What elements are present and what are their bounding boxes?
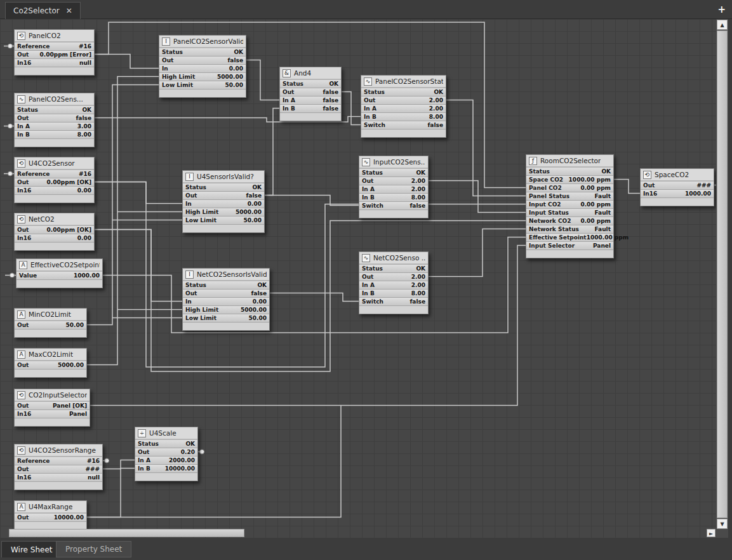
block-row-out[interactable]: Out###: [641, 182, 714, 190]
block-row-in[interactable]: In0.00: [183, 298, 269, 306]
block-u4-co2-sensor[interactable]: ⟲U4CO2SensorReference#16Out0.00ppm [OK]I…: [14, 157, 95, 203]
vertical-scrollbar[interactable]: ▲ ▼: [716, 19, 728, 538]
vertical-scroll-thumb[interactable]: [717, 30, 728, 518]
block-row-in-b[interactable]: In B8.00: [15, 131, 94, 139]
block-header[interactable]: ⟲U4CO2Sensor: [15, 157, 94, 170]
block-effective-co2-setpoint[interactable]: AEffectiveCO2SetpointValue1000.00: [16, 258, 103, 288]
block-u4-co2-sensor-range[interactable]: ⟲U4CO2SensorRangeReference#16Out###In16n…: [14, 444, 103, 490]
scroll-up-icon[interactable]: ▲: [717, 20, 728, 30]
block-input-co2-sens[interactable]: ∿InputCO2Sens...StatusOKOut2.00In A2.00I…: [359, 156, 429, 218]
block-header[interactable]: ∿PanelCO2Sens...: [15, 93, 94, 106]
block-row-network-co2[interactable]: Network CO20.00 ppm: [526, 217, 613, 225]
block-panel-co2-sensor-valid[interactable]: ⅠPanelCO2SensorValid?StatusOKOutfalseIn0…: [159, 35, 246, 98]
block-row-in-b[interactable]: In B10000.00: [135, 465, 197, 473]
block-row-in-a[interactable]: In Afalse: [280, 97, 341, 105]
block-row-out[interactable]: Out2.00: [359, 177, 428, 185]
horizontal-scroll-thumb[interactable]: [9, 529, 244, 537]
block-header[interactable]: AMinCO2Limit: [15, 309, 86, 321]
block-space-co2[interactable]: ⟲SpaceCO2Out###In161000.00: [640, 168, 714, 206]
block-net-co2[interactable]: ⟲NetCO2Out0.00ppm [OK]In160.00: [14, 213, 95, 251]
block-row-space-co2[interactable]: Space CO21000.00 ppm: [526, 176, 613, 184]
block-row-status[interactable]: StatusOK: [183, 281, 269, 290]
block-row-input-status[interactable]: Input StatusFault: [526, 209, 613, 217]
block-header[interactable]: ⟲NetCO2: [15, 213, 94, 226]
block-row-out[interactable]: Out5000.00: [15, 361, 86, 370]
block-row-in16[interactable]: In16Panel: [15, 410, 90, 418]
block-row-switch[interactable]: Switchfalse: [361, 121, 446, 130]
add-tab-icon[interactable]: +: [717, 4, 726, 15]
block-and4[interactable]: &And4StatusOKOutfalseIn AfalseIn Bfalse: [279, 67, 342, 121]
block-row-high-limit[interactable]: High Limit5000.00: [183, 208, 264, 217]
tab-property-sheet[interactable]: Property Sheet: [56, 541, 131, 557]
block-row-in-b[interactable]: In B8.00: [359, 290, 428, 298]
scroll-right-icon[interactable]: ►: [707, 529, 715, 537]
block-row-low-limit[interactable]: Low Limit50.00: [183, 217, 264, 225]
block-min-co2-limit[interactable]: AMinCO2LimitOut50.00: [14, 308, 87, 338]
block-header[interactable]: AMaxCO2Limit: [15, 349, 86, 361]
block-panel-co2-sens[interactable]: ∿PanelCO2Sens...StatusOKOutfalseIn A3.00…: [14, 93, 95, 147]
block-row-out[interactable]: OutPanel [OK]: [15, 402, 90, 410]
block-row-status[interactable]: StatusOK: [526, 168, 613, 176]
block-header[interactable]: ⟲U4CO2SensorRange: [15, 444, 102, 457]
block-header[interactable]: AU4MaxRange: [15, 501, 86, 514]
block-row-status[interactable]: StatusOK: [15, 106, 94, 114]
block-row-panel-status[interactable]: Panel StatusFault: [526, 192, 613, 201]
block-row-status[interactable]: StatusOK: [359, 265, 428, 273]
block-row-in-b[interactable]: In B8.00: [359, 194, 428, 202]
block-row-out[interactable]: Out0.00ppm [OK]: [15, 226, 94, 234]
block-row-out[interactable]: Out10000.00: [15, 514, 86, 522]
block-row-in16[interactable]: In16null: [15, 474, 102, 482]
block-row-status[interactable]: StatusOK: [135, 440, 197, 448]
block-co2-input-selector[interactable]: ⟲CO2InputSelectorOutPanel [OK]In16Panel: [14, 389, 90, 427]
block-row-status[interactable]: StatusOK: [359, 169, 428, 177]
wire-sheet-canvas[interactable]: [0, 19, 716, 538]
block-row-value[interactable]: Value1000.00: [17, 272, 102, 280]
block-row-low-limit[interactable]: Low Limit50.00: [159, 81, 246, 90]
block-row-out[interactable]: Outfalse: [183, 192, 264, 200]
block-row-high-limit[interactable]: High Limit5000.00: [183, 306, 269, 314]
block-row-in16[interactable]: In161000.00: [641, 190, 714, 198]
block-row-reference[interactable]: Reference#16: [15, 170, 94, 178]
block-u4-max-range[interactable]: AU4MaxRangeOut10000.00: [14, 500, 87, 530]
block-row-in-b[interactable]: In B8.00: [361, 113, 446, 121]
block-row-network-status[interactable]: Network StatusFault: [526, 225, 613, 234]
block-room-co2-selector[interactable]: ƒRoomCO2SelectorStatusOKSpace CO21000.00…: [526, 154, 614, 258]
block-row-input-co2[interactable]: Input CO20.00 ppm: [526, 201, 613, 209]
scroll-down-icon[interactable]: ▼: [717, 519, 728, 529]
block-net-co2-sensor-is-valid[interactable]: ⅠNetCO2SensorIsValid?StatusOKOutfalseIn0…: [182, 268, 270, 331]
block-net-co2-senso[interactable]: ∿NetCO2Senso ...StatusOKOut2.00In A2.00I…: [359, 251, 429, 314]
block-header[interactable]: ÷U4Scale: [135, 427, 197, 440]
block-row-status[interactable]: StatusOK: [183, 183, 264, 192]
block-row-in[interactable]: In0.00: [183, 200, 264, 208]
block-header[interactable]: ∿PanelCO2SensorStatus: [361, 76, 446, 88]
block-row-in-a[interactable]: In A2.00: [361, 105, 446, 113]
block-header[interactable]: ⟲PanelCO2: [15, 30, 94, 43]
block-row-in-a[interactable]: In A3.00: [15, 123, 94, 131]
block-row-high-limit[interactable]: High Limit5000.00: [159, 73, 246, 81]
block-header[interactable]: ∿NetCO2Senso ...: [359, 252, 428, 265]
block-row-out[interactable]: Out0.00ppm [OK]: [15, 178, 94, 187]
block-row-out[interactable]: Outfalse: [183, 290, 269, 298]
block-row-in[interactable]: In0.00: [159, 65, 246, 73]
block-row-switch[interactable]: Switchfalse: [359, 298, 428, 306]
block-row-panel-co2[interactable]: Panel CO20.00 ppm: [526, 184, 613, 192]
block-row-out[interactable]: Out0.00ppm [Error]: [15, 51, 94, 59]
tab-co2selector[interactable]: Co2Selector ✕: [5, 2, 81, 19]
block-row-in16[interactable]: In160.00: [15, 187, 94, 195]
block-row-reference[interactable]: Reference#16: [15, 457, 102, 465]
block-panel-co2-sensor-status[interactable]: ∿PanelCO2SensorStatusStatusOKOut2.00In A…: [361, 75, 446, 138]
block-u4-sensor-is-valid[interactable]: ⅠU4SensorIsValid?StatusOKOutfalseIn0.00H…: [182, 170, 265, 233]
block-header[interactable]: ⟲CO2InputSelector: [15, 389, 90, 402]
block-u4-scale[interactable]: ÷U4ScaleStatusOKOut0.20In A2000.00In B10…: [135, 427, 198, 481]
block-header[interactable]: &And4: [280, 67, 341, 80]
block-row-out[interactable]: Out2.00: [359, 273, 428, 281]
block-row-status[interactable]: StatusOK: [361, 88, 446, 97]
block-row-out[interactable]: Outfalse: [280, 88, 341, 97]
block-max-co2-limit[interactable]: AMaxCO2LimitOut5000.00: [14, 348, 87, 378]
block-panel-co2[interactable]: ⟲PanelCO2Reference#16Out0.00ppm [Error]I…: [14, 29, 95, 76]
block-row-in16[interactable]: In160.00: [15, 234, 94, 243]
block-row-switch[interactable]: Switchfalse: [359, 202, 428, 210]
block-row-low-limit[interactable]: Low Limit50.00: [183, 314, 269, 323]
block-header[interactable]: ⟲SpaceCO2: [641, 169, 714, 182]
block-row-in16[interactable]: In16null: [15, 59, 94, 67]
